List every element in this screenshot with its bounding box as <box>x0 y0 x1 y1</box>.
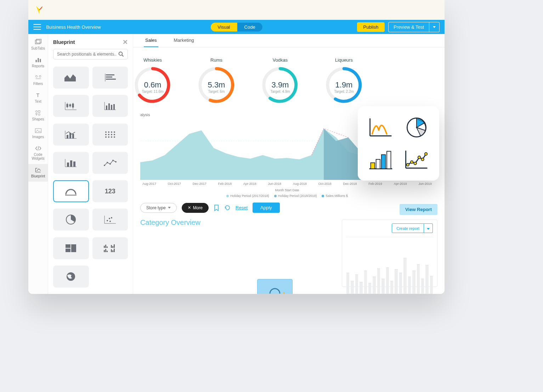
svg-point-46 <box>105 136 107 138</box>
svg-rect-54 <box>73 161 75 167</box>
reset-link[interactable]: Reset <box>236 205 248 210</box>
svg-rect-79 <box>107 251 108 252</box>
element-scatter[interactable] <box>92 209 128 231</box>
element-candlestick[interactable] <box>53 95 89 117</box>
svg-rect-74 <box>111 245 112 248</box>
create-report-button[interactable]: Create report <box>392 223 424 233</box>
svg-point-67 <box>109 221 111 222</box>
svg-rect-37 <box>72 134 74 138</box>
element-globe[interactable] <box>53 266 89 288</box>
svg-point-66 <box>111 217 112 218</box>
rail-text[interactable]: T Text <box>28 89 48 107</box>
element-bars3[interactable] <box>53 152 89 174</box>
svg-rect-4 <box>40 59 41 62</box>
publish-button[interactable]: Publish <box>357 22 385 32</box>
more-button[interactable]: ✕More <box>182 203 209 213</box>
distribution-chart-icon <box>367 115 394 140</box>
svg-point-59 <box>115 161 117 163</box>
page-title: Buisiness Health Overview <box>46 24 101 30</box>
gauge-label: Liqueurs <box>335 57 353 63</box>
tab-sales[interactable]: Sales <box>144 38 158 47</box>
svg-rect-52 <box>67 163 69 167</box>
x-axis-labels: Aug-2017Oct-2017Dec-2017 Feb-2018Apr-201… <box>140 181 434 186</box>
rail-shapes[interactable]: Shapes <box>28 107 48 125</box>
toggle-code[interactable]: Code <box>237 23 262 32</box>
gauge-value: 0.6m <box>144 80 162 90</box>
rail-label: Images <box>32 135 44 139</box>
rail-subtabs[interactable]: SubTabs <box>28 36 48 54</box>
gauge-label: Vodkas <box>273 57 288 63</box>
element-dot-matrix[interactable] <box>92 124 128 146</box>
svg-rect-80 <box>111 249 112 252</box>
svg-rect-73 <box>107 246 108 248</box>
store-type-dropdown[interactable]: Store type <box>140 203 177 213</box>
svg-rect-18 <box>106 79 116 80</box>
svg-point-43 <box>108 134 109 135</box>
svg-rect-76 <box>114 244 115 248</box>
svg-rect-72 <box>105 245 106 248</box>
rail-code-widgets[interactable]: Code Widgets <box>28 142 48 164</box>
rail-label: Filters <box>33 82 43 86</box>
close-icon[interactable]: ✕ <box>123 38 128 46</box>
gauge-vodkas: Vodkas 3.9m Target: 4.9m <box>254 57 307 104</box>
element-gauge[interactable] <box>53 180 89 202</box>
element-treemap[interactable] <box>53 237 89 259</box>
create-report-dropdown[interactable] <box>424 223 433 233</box>
svg-point-44 <box>111 134 112 135</box>
svg-point-39 <box>108 131 109 133</box>
element-number[interactable]: 123 <box>92 180 128 202</box>
element-line-chart[interactable] <box>92 152 128 174</box>
rail-filters[interactable]: Filters <box>28 72 48 89</box>
bookmark-icon[interactable] <box>214 204 219 211</box>
preview-dropdown[interactable] <box>429 22 440 32</box>
gauge-target: Target: 2.2m <box>334 90 354 93</box>
svg-point-103 <box>410 160 413 163</box>
rail-label: Reports <box>32 64 44 68</box>
rail-blueprint[interactable]: Blueprint <box>28 164 48 182</box>
element-column-trend[interactable] <box>53 124 89 146</box>
gauge-value: 1.9m <box>335 80 353 90</box>
svg-point-6 <box>39 75 41 77</box>
svg-rect-32 <box>113 104 115 110</box>
line-chart-icon <box>403 147 430 172</box>
svg-rect-78 <box>105 249 106 252</box>
search-input[interactable] <box>57 52 116 57</box>
element-hbar-chart[interactable] <box>92 67 128 89</box>
svg-rect-24 <box>69 104 71 106</box>
gauge-label: Whiskies <box>143 57 162 63</box>
menu-icon[interactable] <box>33 24 41 30</box>
number-label: 123 <box>105 188 115 195</box>
svg-rect-26 <box>72 104 74 107</box>
rail-label: Text <box>35 100 41 103</box>
svg-rect-82 <box>114 249 115 252</box>
rail-images[interactable]: Images <box>28 125 48 142</box>
tab-marketing[interactable]: Marketing <box>172 38 196 47</box>
preview-button[interactable]: Preview & Test <box>388 22 429 32</box>
apply-button[interactable]: Apply <box>253 203 280 213</box>
gauge-target: Target: 11.6m <box>142 90 163 93</box>
refresh-icon[interactable] <box>224 205 231 211</box>
toggle-visual[interactable]: Visual <box>210 23 237 32</box>
element-small-multiples[interactable] <box>92 237 128 259</box>
mini-report: Create report <box>342 220 437 287</box>
element-column-chart[interactable] <box>92 95 128 117</box>
element-pie[interactable] <box>53 209 89 231</box>
svg-point-106 <box>421 158 424 161</box>
svg-rect-68 <box>66 244 70 248</box>
svg-point-13 <box>119 52 123 56</box>
element-area-chart[interactable] <box>53 67 89 89</box>
gauge-target: Target: 4.9m <box>270 90 290 93</box>
svg-point-56 <box>107 162 108 163</box>
svg-text:T: T <box>36 92 39 98</box>
svg-point-55 <box>104 165 105 166</box>
svg-rect-71 <box>104 246 105 248</box>
rail-reports[interactable]: Reports <box>28 54 48 72</box>
mini-bar-chart <box>346 251 433 294</box>
view-report-button[interactable]: View Report <box>400 204 437 215</box>
svg-rect-0 <box>35 40 40 44</box>
svg-rect-22 <box>67 104 68 107</box>
svg-point-48 <box>111 136 112 138</box>
svg-rect-99 <box>387 151 391 169</box>
svg-point-9 <box>35 110 37 112</box>
search-icon[interactable] <box>118 51 124 57</box>
